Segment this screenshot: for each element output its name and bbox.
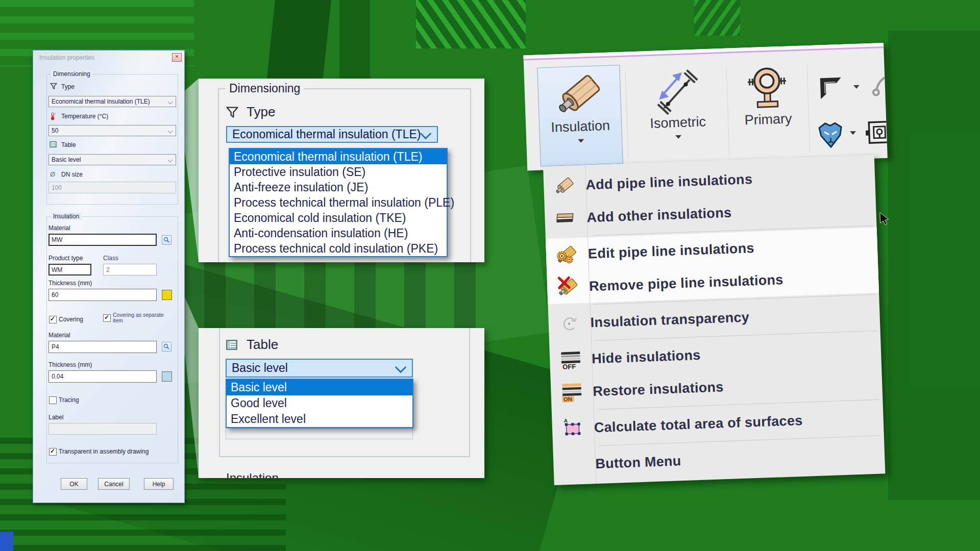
- dimensioning-group-label-magnified: Dimensioning: [225, 82, 304, 95]
- restore-on-icon: [560, 381, 584, 404]
- close-icon[interactable]: ✕: [172, 53, 182, 62]
- isometric-button-label: Isometric: [650, 114, 706, 132]
- edit-pipe-insulation-icon: [555, 242, 579, 267]
- temperature-combobox-value: 50: [52, 127, 58, 134]
- chevron-down-icon: [420, 128, 432, 139]
- dropdown-option[interactable]: Economical cold insulation (TKE): [230, 210, 447, 226]
- menu-item-label: Button Menu: [595, 453, 681, 472]
- type-label: Type: [61, 83, 75, 90]
- class-label: Class: [103, 255, 118, 262]
- ok-button[interactable]: OK: [61, 478, 87, 490]
- chevron-down-icon: [168, 99, 173, 105]
- label-label: Label: [48, 414, 63, 421]
- search-icon: [163, 343, 170, 350]
- table-combobox-magnified[interactable]: Basic level: [226, 359, 413, 378]
- dropdown-option[interactable]: Good level: [227, 395, 412, 411]
- dn-size-field[interactable]: [48, 182, 176, 193]
- type-combobox[interactable]: Economical thermal insulation (TLE): [48, 96, 176, 107]
- primary-button-label: Primary: [744, 111, 792, 128]
- covering-checkbox[interactable]: [49, 316, 57, 323]
- covering-material-search-button[interactable]: [162, 342, 172, 352]
- remove-pipe-insulation-icon: [556, 275, 580, 299]
- insulation-group-label: Insulation: [51, 213, 81, 220]
- tracing-checkbox[interactable]: [49, 396, 57, 404]
- chevron-down-icon: [395, 361, 407, 373]
- material-search-button[interactable]: [162, 235, 172, 245]
- thickness-color-swatch[interactable]: [162, 290, 172, 300]
- ribbon-accent-line: [524, 46, 884, 61]
- dn-size-field-magnified[interactable]: [226, 428, 413, 439]
- menu-item-label: Insulation transparency: [590, 309, 749, 331]
- ribbon-bar: Insulation Isometric Primary: [523, 43, 887, 171]
- menu-item-icon-spacer: [553, 464, 595, 465]
- table-icon: [49, 140, 57, 148]
- tracing-checkbox-label: Tracing: [59, 396, 79, 404]
- dropdown-option[interactable]: Anti-freeze insulation (JE): [230, 180, 447, 195]
- add-pipe-insulation-icon: [553, 174, 577, 197]
- type-dropdown-list: Economical thermal insulation (TLE) Prot…: [229, 148, 448, 257]
- type-dropdown-callout-panel: Dimensioning Type Economical thermal ins…: [199, 79, 484, 262]
- transparent-checkbox-label: Transparent in assembly drawing: [59, 448, 149, 455]
- type-combobox-magnified[interactable]: Economical thermal insulation (TLE): [226, 126, 438, 143]
- ribbon-small-tools: [805, 60, 888, 159]
- isometric-ribbon-button[interactable]: Isometric: [632, 61, 723, 163]
- material-field[interactable]: [48, 234, 157, 246]
- dropdown-caret-icon[interactable]: [850, 131, 856, 135]
- menu-item-label: Restore insulations: [593, 379, 724, 399]
- hide-off-icon: [559, 348, 582, 371]
- dropdown-option[interactable]: Process technical cold insulation (PKE): [230, 241, 447, 256]
- table-combobox-value-magnified: Basic level: [232, 361, 288, 375]
- covering-thickness-label: Thickness (mm): [48, 361, 92, 368]
- support-bracket-icon[interactable]: [816, 72, 849, 105]
- menu-highlight-block: Edit pipe line insulations Remove pipe l…: [546, 228, 879, 305]
- menu-item-label: Edit pipe line insulations: [587, 240, 754, 262]
- ribbon-separator: [726, 67, 729, 155]
- dropdown-caret-icon: [675, 135, 681, 139]
- hook-tool-icon[interactable]: [863, 72, 888, 105]
- taskbar-fragment: [0, 532, 13, 551]
- type-combobox-value-magnified: Economical thermal insulation (TLE): [232, 128, 421, 141]
- dropdown-option[interactable]: Excellent level: [227, 411, 412, 427]
- product-type-label: Product type: [48, 255, 83, 262]
- insulation-dropdown-menu: Add pipe line insulations Add other insu…: [543, 155, 885, 485]
- menu-item-label: Add other insulations: [586, 205, 732, 226]
- thickness-field[interactable]: [48, 289, 157, 301]
- dropdown-option[interactable]: Economical thermal insulation (TLE): [230, 149, 447, 164]
- product-type-field[interactable]: [48, 264, 91, 276]
- ribbon-separator: [625, 71, 629, 159]
- insulation-ribbon-button[interactable]: Insulation: [537, 65, 623, 167]
- thermometer-icon: [48, 111, 57, 122]
- clipped-insulation-group-label: Insulation: [226, 471, 279, 478]
- menu-item[interactable]: Button Menu: [553, 437, 885, 482]
- chevron-down-icon: [168, 129, 173, 134]
- clamp-lock-icon[interactable]: [865, 117, 888, 147]
- cancel-button[interactable]: Cancel: [98, 478, 130, 490]
- table-dropdown-callout-panel: Table Basic level Basic level Good level…: [199, 328, 484, 478]
- dropdown-option[interactable]: Protective insulation (SE): [230, 164, 447, 180]
- dropdown-option[interactable]: Anti-condensation insulation (HE): [230, 226, 447, 241]
- dn-size-label: DN size: [61, 171, 83, 178]
- transparent-checkbox[interactable]: [49, 448, 57, 456]
- dropdown-option[interactable]: Process technical thermal insulation (PL…: [230, 195, 447, 210]
- calculate-area-icon: [561, 417, 585, 440]
- diameter-icon: Ø: [50, 170, 55, 178]
- dropdown-option[interactable]: Basic level: [227, 380, 412, 395]
- covering-checkbox-label: Covering: [59, 316, 83, 323]
- help-button[interactable]: Help: [144, 478, 174, 490]
- primary-ribbon-button[interactable]: Primary: [730, 59, 806, 160]
- covering-material-field[interactable]: [48, 341, 157, 353]
- class-field[interactable]: [103, 264, 157, 276]
- ribbon-flyout-panel: Insulation Isometric Primary Ad: [523, 35, 899, 497]
- covering-material-label: Material: [48, 332, 70, 339]
- dropdown-caret-icon: [578, 139, 584, 143]
- pipe-support-icon: [742, 63, 792, 112]
- covering-thickness-field[interactable]: [48, 370, 157, 383]
- table-combobox[interactable]: Basic level: [48, 154, 176, 165]
- dropdown-caret-icon[interactable]: [853, 85, 860, 89]
- covering-thickness-color-swatch[interactable]: [162, 371, 172, 382]
- label-field[interactable]: [48, 423, 157, 435]
- table-icon: [225, 338, 238, 352]
- covering-separate-checkbox[interactable]: [103, 314, 111, 322]
- temperature-combobox[interactable]: 50: [48, 125, 176, 136]
- panther-logo-icon[interactable]: [815, 120, 846, 149]
